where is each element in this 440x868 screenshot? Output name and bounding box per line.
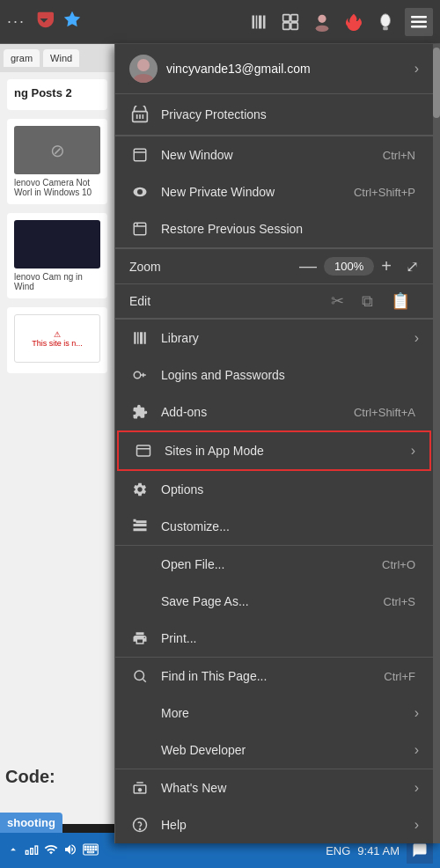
library-chevron-icon: › [414, 330, 419, 346]
menu-item-help[interactable]: Help › [115, 806, 433, 843]
whats-new-icon [129, 777, 150, 798]
zoom-expand-icon[interactable]: ⤢ [406, 257, 419, 276]
svg-rect-44 [87, 849, 89, 850]
shooting-badge: shooting [0, 813, 62, 833]
find-page-label: Find in This Page... [161, 669, 384, 683]
more-label: More [161, 706, 414, 720]
svg-rect-39 [87, 846, 89, 848]
menu-item-logins[interactable]: Logins and Passwords [115, 357, 433, 394]
card-1-title: ng Posts 2 [14, 86, 100, 99]
card-2-text: lenovo Camera Not Worl in Windows 10 [14, 178, 100, 197]
svg-rect-34 [26, 850, 28, 854]
network-icon[interactable] [25, 842, 39, 859]
svg-rect-7 [291, 22, 298, 29]
tab-1[interactable]: gram [4, 49, 40, 67]
menu-item-new-window[interactable]: New Window Ctrl+N [115, 136, 433, 173]
new-private-window-label: New Private Window [161, 185, 354, 199]
menu-item-restore-session[interactable]: Restore Previous Session [115, 210, 433, 247]
page-content-area: ng Posts 2 ⊘ lenovo Camera Not Worl in W… [0, 72, 114, 389]
keyboard-icon[interactable] [83, 843, 99, 858]
help-chevron-icon: › [414, 817, 419, 833]
clock[interactable]: 9:41 AM [357, 844, 400, 857]
menu-item-library[interactable]: Library › [115, 320, 433, 357]
paste-icon[interactable]: 📋 [382, 291, 419, 311]
save-page-shortcut: Ctrl+S [384, 595, 415, 608]
menu-item-find-page[interactable]: Find in This Page... Ctrl+F [115, 658, 433, 695]
svg-rect-26 [137, 332, 139, 344]
award-icon[interactable] [373, 10, 398, 34]
toolbar-left: ··· [7, 10, 82, 33]
more-icon [129, 702, 150, 724]
card-4-image: ⚠This site is n... [14, 314, 100, 363]
web-developer-icon [129, 739, 150, 761]
wifi-icon[interactable] [44, 842, 58, 859]
svg-point-15 [137, 59, 150, 71]
new-window-shortcut: Ctrl+N [383, 149, 415, 162]
account-row[interactable]: vincyvande13@gmail.com › [115, 44, 433, 94]
alert-icon[interactable] [341, 10, 366, 34]
copy-icon[interactable]: ⧉ [353, 292, 382, 311]
svg-rect-11 [383, 26, 388, 30]
svg-point-9 [316, 25, 329, 31]
addons-icon [129, 401, 150, 423]
avatar-icon[interactable] [310, 10, 334, 34]
save-page-icon [129, 591, 150, 612]
menu-item-open-file[interactable]: Open File... Ctrl+O [115, 546, 433, 583]
account-email: vincyvande13@gmail.com [166, 62, 414, 76]
logins-label: Logins and Passwords [161, 368, 419, 382]
more-dots-icon[interactable]: ··· [7, 12, 26, 31]
pocket-icon[interactable] [34, 10, 54, 33]
svg-rect-38 [84, 846, 86, 848]
svg-rect-6 [283, 22, 290, 29]
open-file-label: Open File... [161, 557, 382, 571]
menu-item-customize[interactable]: Customize... [115, 508, 433, 545]
svg-rect-13 [411, 20, 427, 23]
sites-app-mode-label: Sites in App Mode [165, 444, 411, 458]
svg-point-33 [139, 828, 140, 829]
more-chevron-icon: › [414, 705, 419, 721]
svg-rect-0 [253, 15, 255, 28]
language-indicator[interactable]: ENG [326, 844, 350, 857]
menu-item-whats-new[interactable]: What's New › [115, 769, 433, 806]
svg-rect-36 [35, 846, 38, 854]
menu-inner: vincyvande13@gmail.com › Privacy Protect… [115, 44, 433, 843]
menu-item-print[interactable]: Print... [115, 620, 433, 657]
web-developer-label: Web Developer [161, 743, 414, 757]
tab-2[interactable]: Wind [43, 49, 79, 67]
menu-item-save-page[interactable]: Save Page As... Ctrl+S [115, 583, 433, 620]
svg-rect-48 [87, 851, 94, 853]
sound-icon[interactable] [63, 842, 77, 859]
privacy-icon [129, 104, 150, 125]
chevron-up-icon[interactable] [7, 843, 19, 858]
toolbar-right [246, 8, 433, 36]
zoom-plus-button[interactable]: + [374, 256, 399, 276]
tabs-icon[interactable] [278, 10, 303, 34]
addons-shortcut: Ctrl+Shift+A [354, 406, 415, 419]
svg-rect-25 [134, 332, 136, 344]
account-avatar [129, 55, 158, 83]
edit-row: Edit ✂ ⧉ 📋 [115, 284, 433, 319]
cut-icon[interactable]: ✂ [322, 291, 353, 311]
menu-item-new-private-window[interactable]: New Private Window Ctrl+Shift+P [115, 173, 433, 210]
menu-item-web-developer[interactable]: Web Developer › [115, 732, 433, 769]
svg-rect-2 [259, 15, 261, 28]
menu-scrollbar[interactable] [433, 44, 440, 843]
zoom-value[interactable]: 100% [324, 257, 374, 276]
star-icon[interactable] [62, 10, 82, 33]
hamburger-menu-button[interactable] [405, 8, 433, 36]
library-icon[interactable] [246, 10, 271, 34]
menu-item-options[interactable]: Options [115, 471, 433, 508]
menu-item-addons[interactable]: Add-ons Ctrl+Shift+A [115, 394, 433, 430]
privacy-protections-item[interactable]: Privacy Protections [115, 94, 433, 136]
menu-scrollbar-thumb [433, 48, 440, 118]
code-label: Code: [0, 765, 61, 789]
options-icon [129, 479, 150, 500]
zoom-label: Zoom [129, 260, 292, 274]
find-page-shortcut: Ctrl+F [384, 670, 415, 683]
zoom-minus-button[interactable]: — [292, 256, 324, 276]
menu-item-more[interactable]: More › [115, 695, 433, 732]
page-background: gram Wind ng Posts 2 ⊘ lenovo Camera Not… [0, 44, 114, 824]
options-label: Options [161, 482, 419, 497]
svg-point-23 [137, 189, 143, 195]
menu-item-sites-app-mode[interactable]: Sites in App Mode › [117, 430, 431, 471]
